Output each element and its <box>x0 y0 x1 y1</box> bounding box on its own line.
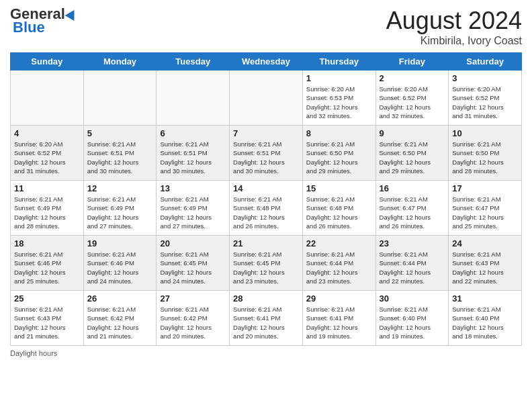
calendar-subtitle: Kimbirila, Ivory Coast <box>386 35 522 47</box>
table-row: 9Sunrise: 6:21 AM Sunset: 6:50 PM Daylig… <box>375 126 449 181</box>
table-row: 30Sunrise: 6:21 AM Sunset: 6:40 PM Dayli… <box>375 291 449 346</box>
calendar-table: Sunday Monday Tuesday Wednesday Thursday… <box>10 52 522 346</box>
table-row: 18Sunrise: 6:21 AM Sunset: 6:46 PM Dayli… <box>11 236 84 291</box>
table-row: 26Sunrise: 6:21 AM Sunset: 6:42 PM Dayli… <box>83 291 157 346</box>
day-info: Sunrise: 6:21 AM Sunset: 6:46 PM Dayligh… <box>87 250 153 285</box>
footer-text: Daylight hours <box>10 349 57 357</box>
col-thursday: Thursday <box>302 53 375 71</box>
table-row: 8Sunrise: 6:21 AM Sunset: 6:50 PM Daylig… <box>302 126 375 181</box>
table-row: 5Sunrise: 6:21 AM Sunset: 6:51 PM Daylig… <box>83 126 157 181</box>
day-number: 14 <box>233 183 299 193</box>
table-row <box>157 71 230 126</box>
day-info: Sunrise: 6:21 AM Sunset: 6:43 PM Dayligh… <box>14 305 80 340</box>
day-info: Sunrise: 6:21 AM Sunset: 6:50 PM Dayligh… <box>306 140 372 175</box>
day-number: 1 <box>306 73 372 83</box>
calendar-week-row: 25Sunrise: 6:21 AM Sunset: 6:43 PM Dayli… <box>11 291 522 346</box>
day-number: 31 <box>452 293 518 304</box>
logo-blue: Blue <box>13 19 45 36</box>
day-number: 9 <box>380 128 445 138</box>
day-info: Sunrise: 6:21 AM Sunset: 6:47 PM Dayligh… <box>380 195 445 230</box>
header: General Blue August 2024 Kimbirila, Ivor… <box>10 7 522 47</box>
table-row: 6Sunrise: 6:21 AM Sunset: 6:51 PM Daylig… <box>157 126 230 181</box>
calendar-title: August 2024 <box>386 7 522 35</box>
day-number: 25 <box>14 293 80 304</box>
col-tuesday: Tuesday <box>157 53 230 71</box>
table-row: 14Sunrise: 6:21 AM Sunset: 6:48 PM Dayli… <box>230 181 303 236</box>
table-row: 13Sunrise: 6:21 AM Sunset: 6:49 PM Dayli… <box>157 181 230 236</box>
day-info: Sunrise: 6:21 AM Sunset: 6:44 PM Dayligh… <box>306 250 372 285</box>
day-number: 24 <box>452 238 518 248</box>
table-row: 11Sunrise: 6:21 AM Sunset: 6:49 PM Dayli… <box>11 181 84 236</box>
table-row: 28Sunrise: 6:21 AM Sunset: 6:41 PM Dayli… <box>230 291 303 346</box>
table-row: 7Sunrise: 6:21 AM Sunset: 6:51 PM Daylig… <box>230 126 303 181</box>
day-number: 18 <box>14 238 80 248</box>
table-row: 25Sunrise: 6:21 AM Sunset: 6:43 PM Dayli… <box>11 291 84 346</box>
table-row: 16Sunrise: 6:21 AM Sunset: 6:47 PM Dayli… <box>375 181 449 236</box>
logo: General Blue <box>10 7 77 36</box>
day-number: 19 <box>87 238 153 248</box>
day-number: 22 <box>306 238 372 248</box>
day-number: 21 <box>233 238 299 248</box>
day-number: 16 <box>380 183 445 193</box>
day-number: 30 <box>380 293 445 304</box>
footer: Daylight hours <box>10 349 522 357</box>
table-row: 31Sunrise: 6:21 AM Sunset: 6:40 PM Dayli… <box>449 291 522 346</box>
day-info: Sunrise: 6:21 AM Sunset: 6:41 PM Dayligh… <box>233 305 299 340</box>
day-number: 8 <box>306 128 372 138</box>
day-info: Sunrise: 6:21 AM Sunset: 6:42 PM Dayligh… <box>160 305 226 340</box>
table-row <box>11 71 84 126</box>
table-row: 29Sunrise: 6:21 AM Sunset: 6:41 PM Dayli… <box>302 291 375 346</box>
day-info: Sunrise: 6:21 AM Sunset: 6:51 PM Dayligh… <box>87 140 153 175</box>
table-row: 12Sunrise: 6:21 AM Sunset: 6:49 PM Dayli… <box>83 181 157 236</box>
table-row: 20Sunrise: 6:21 AM Sunset: 6:45 PM Dayli… <box>157 236 230 291</box>
day-info: Sunrise: 6:21 AM Sunset: 6:51 PM Dayligh… <box>160 140 226 175</box>
day-number: 28 <box>233 293 299 304</box>
day-info: Sunrise: 6:21 AM Sunset: 6:50 PM Dayligh… <box>380 140 445 175</box>
col-wednesday: Wednesday <box>230 53 303 71</box>
col-monday: Monday <box>83 53 157 71</box>
day-info: Sunrise: 6:21 AM Sunset: 6:51 PM Dayligh… <box>233 140 299 175</box>
table-row: 4Sunrise: 6:20 AM Sunset: 6:52 PM Daylig… <box>11 126 84 181</box>
col-sunday: Sunday <box>11 53 84 71</box>
table-row: 19Sunrise: 6:21 AM Sunset: 6:46 PM Dayli… <box>83 236 157 291</box>
table-row: 15Sunrise: 6:21 AM Sunset: 6:48 PM Dayli… <box>302 181 375 236</box>
day-info: Sunrise: 6:21 AM Sunset: 6:40 PM Dayligh… <box>452 305 518 340</box>
title-block: August 2024 Kimbirila, Ivory Coast <box>386 7 522 47</box>
day-info: Sunrise: 6:21 AM Sunset: 6:42 PM Dayligh… <box>87 305 153 340</box>
day-info: Sunrise: 6:20 AM Sunset: 6:52 PM Dayligh… <box>14 140 80 175</box>
day-info: Sunrise: 6:20 AM Sunset: 6:53 PM Dayligh… <box>306 85 372 120</box>
day-number: 3 <box>452 73 518 83</box>
col-friday: Friday <box>375 53 449 71</box>
table-row: 3Sunrise: 6:20 AM Sunset: 6:52 PM Daylig… <box>449 71 522 126</box>
day-number: 15 <box>306 183 372 193</box>
day-number: 29 <box>306 293 372 304</box>
day-number: 5 <box>87 128 153 138</box>
day-info: Sunrise: 6:21 AM Sunset: 6:45 PM Dayligh… <box>233 250 299 285</box>
day-number: 4 <box>14 128 80 138</box>
logo-triangle-icon <box>65 7 79 21</box>
day-info: Sunrise: 6:21 AM Sunset: 6:49 PM Dayligh… <box>14 195 80 230</box>
day-info: Sunrise: 6:21 AM Sunset: 6:40 PM Dayligh… <box>380 305 445 340</box>
table-row: 27Sunrise: 6:21 AM Sunset: 6:42 PM Dayli… <box>157 291 230 346</box>
table-row: 10Sunrise: 6:21 AM Sunset: 6:50 PM Dayli… <box>449 126 522 181</box>
day-info: Sunrise: 6:20 AM Sunset: 6:52 PM Dayligh… <box>380 85 445 120</box>
day-info: Sunrise: 6:21 AM Sunset: 6:48 PM Dayligh… <box>233 195 299 230</box>
table-row <box>83 71 157 126</box>
table-row <box>230 71 303 126</box>
day-number: 11 <box>14 183 80 193</box>
day-info: Sunrise: 6:21 AM Sunset: 6:47 PM Dayligh… <box>452 195 518 230</box>
calendar-header-row: Sunday Monday Tuesday Wednesday Thursday… <box>11 53 522 71</box>
day-number: 26 <box>87 293 153 304</box>
day-number: 7 <box>233 128 299 138</box>
table-row: 17Sunrise: 6:21 AM Sunset: 6:47 PM Dayli… <box>449 181 522 236</box>
day-number: 17 <box>452 183 518 193</box>
day-info: Sunrise: 6:21 AM Sunset: 6:49 PM Dayligh… <box>160 195 226 230</box>
calendar-body: 1Sunrise: 6:20 AM Sunset: 6:53 PM Daylig… <box>11 71 522 346</box>
day-info: Sunrise: 6:20 AM Sunset: 6:52 PM Dayligh… <box>452 85 518 120</box>
calendar-week-row: 1Sunrise: 6:20 AM Sunset: 6:53 PM Daylig… <box>11 71 522 126</box>
day-info: Sunrise: 6:21 AM Sunset: 6:49 PM Dayligh… <box>87 195 153 230</box>
table-row: 22Sunrise: 6:21 AM Sunset: 6:44 PM Dayli… <box>302 236 375 291</box>
table-row: 2Sunrise: 6:20 AM Sunset: 6:52 PM Daylig… <box>375 71 449 126</box>
day-info: Sunrise: 6:21 AM Sunset: 6:50 PM Dayligh… <box>452 140 518 175</box>
day-info: Sunrise: 6:21 AM Sunset: 6:46 PM Dayligh… <box>14 250 80 285</box>
